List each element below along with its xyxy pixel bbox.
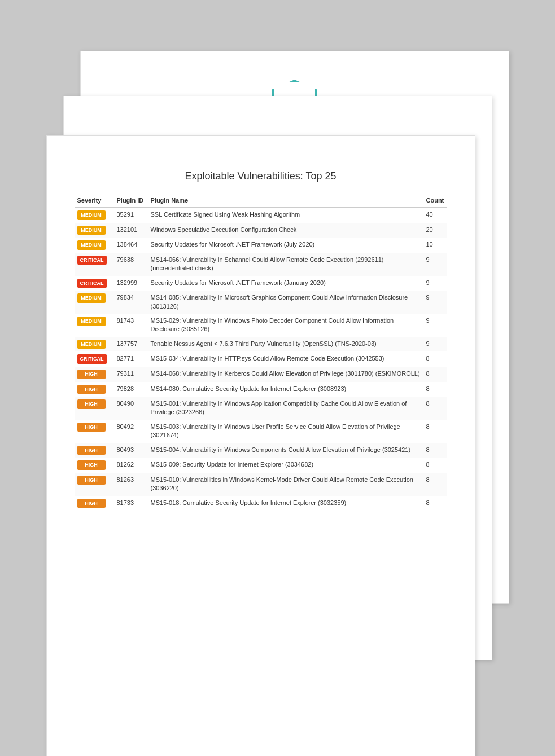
severity-cell: HIGH — [75, 397, 115, 420]
plugin-id-cell: 137757 — [115, 337, 148, 352]
table-row: CRITICAL132999Security Updates for Micro… — [75, 276, 447, 291]
severity-badge: HIGH — [77, 446, 106, 455]
severity-badge: HIGH — [77, 370, 106, 379]
table-row: HIGH80493MS15-004: Vulnerability in Wind… — [75, 443, 447, 458]
table-row: HIGH80490MS15-001: Vulnerability in Wind… — [75, 397, 447, 420]
severity-badge: MEDIUM — [77, 293, 106, 303]
count-cell: 9 — [424, 253, 447, 276]
severity-badge: MEDIUM — [77, 317, 106, 326]
severity-cell: CRITICAL — [75, 276, 115, 291]
severity-badge: HIGH — [77, 399, 106, 409]
pages-container: TABLE OF CONTENTS Exploitable Vulnerabil… — [46, 39, 509, 717]
table-row: MEDIUM35291SSL Certificate Signed Using … — [75, 208, 447, 223]
plugin-name-cell: Windows Speculative Execution Configurat… — [148, 223, 424, 238]
plugin-name-cell: MS15-003: Vulnerability in Windows User … — [148, 420, 424, 443]
count-cell: 40 — [424, 208, 447, 223]
severity-badge: MEDIUM — [77, 226, 106, 235]
plugin-id-cell: 81743 — [115, 314, 148, 337]
plugin-id-cell: 79311 — [115, 367, 148, 382]
count-cell: 9 — [424, 337, 447, 352]
table-row: MEDIUM132101Windows Speculative Executio… — [75, 223, 447, 238]
severity-badge: CRITICAL — [77, 279, 107, 288]
count-cell: 9 — [424, 314, 447, 337]
plugin-name-cell: MS15-034: Vulnerability in HTTP.sys Coul… — [148, 351, 424, 367]
table-row: MEDIUM81743MS15-029: Vulnerability in Wi… — [75, 314, 447, 337]
severity-badge: HIGH — [77, 476, 106, 485]
severity-cell: MEDIUM — [75, 314, 115, 337]
severity-cell: HIGH — [75, 382, 115, 397]
severity-cell: HIGH — [75, 496, 115, 511]
col-header-plugin-name: Plugin Name — [148, 194, 424, 208]
plugin-name-cell: MS15-018: Cumulative Security Update for… — [148, 496, 424, 511]
table-row: HIGH81262MS15-009: Security Update for I… — [75, 458, 447, 473]
table-row: HIGH79828MS14-080: Cumulative Security U… — [75, 382, 447, 397]
severity-badge: HIGH — [77, 460, 106, 470]
plugin-id-cell: 81733 — [115, 496, 148, 511]
severity-cell: MEDIUM — [75, 208, 115, 223]
count-cell: 8 — [424, 473, 447, 496]
plugin-id-cell: 80493 — [115, 443, 148, 458]
count-cell: 8 — [424, 458, 447, 473]
plugin-id-cell: 82771 — [115, 351, 148, 367]
plugin-id-cell: 79638 — [115, 253, 148, 276]
plugin-name-cell: Tenable Nessus Agent < 7.6.3 Third Party… — [148, 337, 424, 352]
severity-badge: CRITICAL — [77, 256, 107, 265]
plugin-id-cell: 81262 — [115, 458, 148, 473]
page-front: Exploitable Vulnerabilities: Top 25 Seve… — [46, 135, 475, 756]
plugin-id-cell: 132999 — [115, 276, 148, 291]
severity-badge: HIGH — [77, 385, 106, 394]
plugin-id-cell: 80492 — [115, 420, 148, 443]
plugin-id-cell: 81263 — [115, 473, 148, 496]
table-row: HIGH81263MS15-010: Vulnerabilities in Wi… — [75, 473, 447, 496]
count-cell: 8 — [424, 443, 447, 458]
plugin-id-cell: 35291 — [115, 208, 148, 223]
severity-cell: MEDIUM — [75, 223, 115, 238]
severity-cell: HIGH — [75, 443, 115, 458]
plugin-name-cell: MS14-066: Vulnerability in Schannel Coul… — [148, 253, 424, 276]
table-row: CRITICAL82771MS15-034: Vulnerability in … — [75, 351, 447, 367]
table-row: MEDIUM79834MS14-085: Vulnerability in Mi… — [75, 291, 447, 314]
severity-cell: CRITICAL — [75, 351, 115, 367]
table-row: HIGH79311MS14-068: Vulnerability in Kerb… — [75, 367, 447, 382]
count-cell: 9 — [424, 276, 447, 291]
plugin-id-cell: 132101 — [115, 223, 148, 238]
count-cell: 10 — [424, 238, 447, 253]
col-header-severity: Severity — [75, 194, 115, 208]
count-cell: 8 — [424, 382, 447, 397]
front-title: Exploitable Vulnerabilities: Top 25 — [75, 170, 447, 182]
col-header-plugin-id: Plugin ID — [115, 194, 148, 208]
plugin-name-cell: MS14-068: Vulnerability in Kerberos Coul… — [148, 367, 424, 382]
plugin-name-cell: MS15-001: Vulnerability in Windows Appli… — [148, 397, 424, 420]
count-cell: 9 — [424, 291, 447, 314]
plugin-name-cell: MS15-029: Vulnerability in Windows Photo… — [148, 314, 424, 337]
severity-badge: MEDIUM — [77, 240, 106, 250]
severity-cell: HIGH — [75, 458, 115, 473]
plugin-name-cell: MS15-010: Vulnerabilities in Windows Ker… — [148, 473, 424, 496]
severity-cell: HIGH — [75, 420, 115, 443]
count-cell: 20 — [424, 223, 447, 238]
col-header-count: Count — [424, 194, 447, 208]
plugin-id-cell: 79828 — [115, 382, 148, 397]
severity-cell: MEDIUM — [75, 238, 115, 253]
plugin-name-cell: MS14-080: Cumulative Security Update for… — [148, 382, 424, 397]
table-row: CRITICAL79638MS14-066: Vulnerability in … — [75, 253, 447, 276]
severity-cell: MEDIUM — [75, 291, 115, 314]
plugin-id-cell: 80490 — [115, 397, 148, 420]
count-cell: 8 — [424, 397, 447, 420]
severity-badge: MEDIUM — [77, 340, 106, 349]
count-cell: 8 — [424, 351, 447, 367]
severity-cell: CRITICAL — [75, 253, 115, 276]
severity-badge: HIGH — [77, 423, 106, 432]
plugin-name-cell: SSL Certificate Signed Using Weak Hashin… — [148, 208, 424, 223]
vuln-table: Severity Plugin ID Plugin Name Count MED… — [75, 194, 447, 511]
count-cell: 8 — [424, 367, 447, 382]
count-cell: 8 — [424, 496, 447, 511]
severity-badge: HIGH — [77, 499, 106, 508]
plugin-id-cell: 138464 — [115, 238, 148, 253]
severity-cell: MEDIUM — [75, 337, 115, 352]
severity-badge: MEDIUM — [77, 210, 106, 220]
plugin-id-cell: 79834 — [115, 291, 148, 314]
plugin-name-cell: Security Updates for Microsoft .NET Fram… — [148, 238, 424, 253]
plugin-name-cell: Security Updates for Microsoft .NET Fram… — [148, 276, 424, 291]
severity-cell: HIGH — [75, 473, 115, 496]
